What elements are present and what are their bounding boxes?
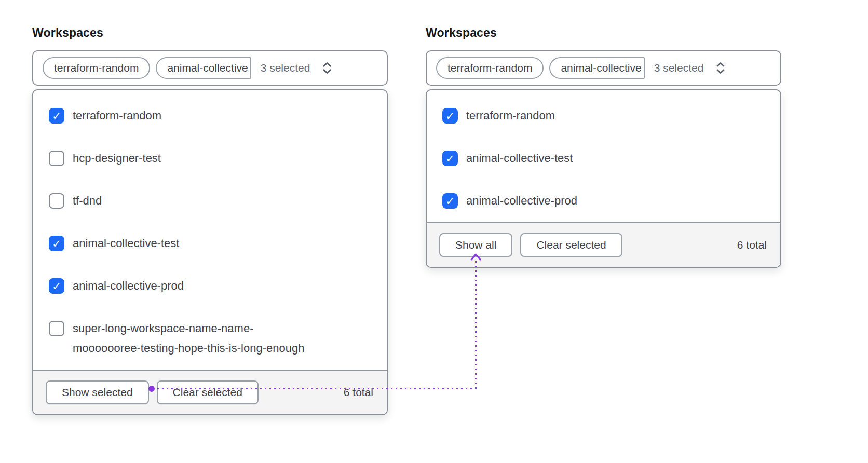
caret-sort-icon xyxy=(714,61,727,75)
workspace-option-label: terraform-random xyxy=(73,106,161,126)
total-count: 6 total xyxy=(344,386,374,399)
show-all-button[interactable]: Show all xyxy=(439,233,512,257)
list-item[interactable]: ✓ super-long-workspace-name-name- mooooo… xyxy=(33,307,387,370)
list-item[interactable]: ✓ animal-collective-test xyxy=(427,137,780,180)
selected-pill-truncated: animal-collective xyxy=(549,57,644,79)
check-icon: ✓ xyxy=(52,238,61,249)
list-item[interactable]: ✓ hcp-designer-test xyxy=(33,137,387,180)
list-item[interactable]: ✓ terraform-random xyxy=(33,94,387,137)
list-item[interactable]: ✓ animal-collective-prod xyxy=(33,265,387,307)
check-icon: ✓ xyxy=(52,111,61,121)
dropdown-footer: Show all Clear selected 6 total xyxy=(427,222,780,267)
selected-count: 3 selected xyxy=(261,62,310,74)
workspace-option-label: terraform-random xyxy=(466,106,555,126)
workspace-option-label: hcp-designer-test xyxy=(73,148,161,168)
checkbox[interactable]: ✓ xyxy=(49,193,64,209)
multiselect-toggle[interactable]: terraform-random animal-collective 3 sel… xyxy=(426,50,781,86)
workspace-option-label: animal-collective-prod xyxy=(466,191,577,211)
workspace-option-label: tf-dnd xyxy=(73,191,102,211)
check-icon: ✓ xyxy=(445,196,455,207)
checkbox[interactable]: ✓ xyxy=(49,108,64,124)
checkbox[interactable]: ✓ xyxy=(49,321,64,336)
checkbox[interactable]: ✓ xyxy=(49,278,64,294)
check-icon: ✓ xyxy=(445,111,455,121)
workspace-option-label: animal-collective-test xyxy=(466,148,573,168)
clear-selected-button[interactable]: Clear selected xyxy=(520,233,622,257)
checkbox[interactable]: ✓ xyxy=(442,108,458,124)
annotation-line-vertical xyxy=(475,261,477,388)
selected-count: 3 selected xyxy=(654,62,704,74)
multiselect-toggle[interactable]: terraform-random animal-collective 3 sel… xyxy=(32,50,388,86)
checkbox[interactable]: ✓ xyxy=(49,236,64,251)
check-icon: ✓ xyxy=(52,281,61,292)
workspace-option-list: ✓ terraform-random ✓ hcp-designer-test ✓… xyxy=(33,90,387,370)
workspaces-label: Workspaces xyxy=(32,26,388,40)
selected-pill-truncated: animal-collective xyxy=(156,57,251,79)
show-selected-button[interactable]: Show selected xyxy=(46,380,149,404)
caret-sort-icon xyxy=(320,61,334,75)
checkbox[interactable]: ✓ xyxy=(442,151,458,166)
checkbox[interactable]: ✓ xyxy=(49,151,64,166)
list-item[interactable]: ✓ tf-dnd xyxy=(33,180,387,222)
total-count: 6 total xyxy=(737,239,768,251)
list-item[interactable]: ✓ terraform-random xyxy=(427,94,780,137)
multiselect-dropdown: ✓ terraform-random ✓ animal-collective-t… xyxy=(426,89,781,268)
checkbox[interactable]: ✓ xyxy=(442,193,458,209)
workspace-option-list: ✓ terraform-random ✓ animal-collective-t… xyxy=(427,90,780,222)
workspaces-label: Workspaces xyxy=(426,26,781,40)
workspace-option-label: super-long-workspace-name-name- moooooor… xyxy=(73,319,304,358)
workspaces-multiselect-expanded: Workspaces terraform-random animal-colle… xyxy=(32,26,388,415)
workspace-option-label: animal-collective-test xyxy=(73,234,179,253)
dropdown-footer: Show selected Clear selected 6 total xyxy=(33,370,387,414)
list-item[interactable]: ✓ animal-collective-test xyxy=(33,222,387,265)
workspaces-multiselect-filtered: Workspaces terraform-random animal-colle… xyxy=(426,26,781,268)
selected-pill: terraform-random xyxy=(43,57,150,79)
workspace-option-label: animal-collective-prod xyxy=(73,276,184,296)
clear-selected-button[interactable]: Clear selected xyxy=(157,380,259,404)
check-icon: ✓ xyxy=(445,153,455,164)
selected-pill: terraform-random xyxy=(436,57,544,79)
multiselect-dropdown: ✓ terraform-random ✓ hcp-designer-test ✓… xyxy=(32,89,388,415)
list-item[interactable]: ✓ animal-collective-prod xyxy=(427,180,780,222)
